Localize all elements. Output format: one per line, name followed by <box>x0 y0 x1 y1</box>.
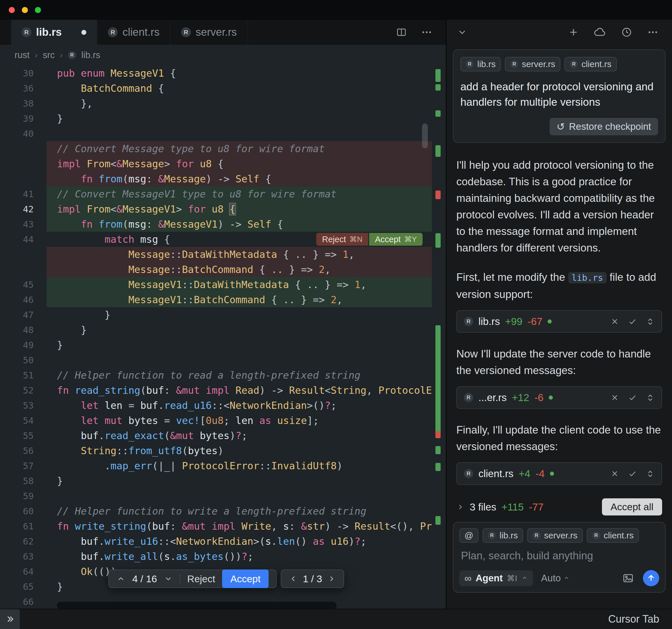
line-number: 55 <box>0 428 47 443</box>
reject-file-icon[interactable] <box>610 317 619 326</box>
chat-more-icon[interactable] <box>647 26 658 38</box>
reject-file-icon[interactable] <box>610 469 619 478</box>
user-message-text: add a header for protocol versioning and… <box>460 79 658 110</box>
context-pill-client.rs[interactable]: Rclient.rs <box>587 528 639 543</box>
history-icon[interactable] <box>621 26 632 38</box>
context-pill-lib.rs[interactable]: Rlib.rs <box>482 528 523 543</box>
code-line-48[interactable]: 48 } <box>0 322 446 337</box>
accept-diff-button[interactable]: Accept <box>222 570 269 588</box>
code-line-41[interactable]: 41// Convert MessageV1 type to u8 for wi… <box>0 186 446 202</box>
code-line-59[interactable]: 59 <box>0 488 446 504</box>
expand-summary-icon[interactable] <box>456 503 464 511</box>
next-diff-icon[interactable] <box>164 574 173 583</box>
breadcrumb[interactable]: rust›src›Rlib.rs <box>0 45 446 66</box>
code-line-49[interactable]: 49} <box>0 337 446 353</box>
accept-file-icon[interactable] <box>628 393 637 402</box>
code-line-removed[interactable]: impl From<&Message> for u8 { <box>0 156 446 171</box>
model-dropdown[interactable]: Auto <box>541 573 570 584</box>
editor-more-icon[interactable] <box>421 26 432 38</box>
code-line-38[interactable]: 38 }, <box>0 96 446 111</box>
context-pill-server.rs[interactable]: Rserver.rs <box>505 57 560 71</box>
breadcrumb-item[interactable]: src <box>43 50 55 60</box>
diff-mark-add <box>435 516 441 525</box>
context-pill-server.rs[interactable]: Rserver.rs <box>527 528 583 543</box>
cursor-tab-status[interactable]: Cursor Tab <box>608 613 672 625</box>
accept-file-icon[interactable] <box>628 469 637 478</box>
vertical-scrollbar[interactable] <box>422 123 428 148</box>
cloud-icon[interactable] <box>594 26 606 39</box>
prev-file-icon[interactable] <box>289 574 297 583</box>
chat-scroll-area[interactable]: Rlib.rsRserver.rsRclient.rs add a header… <box>453 49 666 609</box>
inline-accept-button[interactable]: Accept ⌘Y <box>369 233 423 246</box>
code-line-55[interactable]: 55 buf.read_exact(&mut bytes)?; <box>0 428 446 443</box>
code-line-58[interactable]: 58} <box>0 473 446 488</box>
next-file-icon[interactable] <box>327 574 336 583</box>
tab-server.rs[interactable]: Rserver.rs <box>171 20 248 45</box>
prev-diff-icon[interactable] <box>117 574 125 583</box>
composer-placeholder[interactable]: Plan, search, build anything <box>459 550 659 562</box>
code-line-63[interactable]: 63 buf.write_all(s.as_bytes())?; <box>0 549 446 564</box>
file-change-card-...er.rs[interactable]: R...er.rs+12-6 <box>456 386 662 409</box>
tab-lib.rs[interactable]: Rlib.rs <box>11 20 97 45</box>
context-pill-lib.rs[interactable]: Rlib.rs <box>460 57 501 71</box>
code-line-56[interactable]: 56 String::from_utf8(bytes) <box>0 443 446 458</box>
code-line-61[interactable]: 61fn write_string(buf: &mut impl Write, … <box>0 519 446 534</box>
inline-reject-button[interactable]: Reject ⌘N <box>316 233 368 246</box>
code-editor[interactable]: 30pub enum MessageV1 {36 BatchCommand {3… <box>0 66 446 609</box>
code-line-30[interactable]: 30pub enum MessageV1 { <box>0 66 446 81</box>
code-line-43[interactable]: 43 fn from(msg: &MessageV1) -> Self { <box>0 217 446 232</box>
rust-file-icon: R <box>108 27 118 37</box>
agent-mode-dropdown[interactable]: ∞ Agent ⌘I <box>459 570 533 586</box>
expand-file-icon[interactable] <box>646 469 654 478</box>
zoom-window-button[interactable] <box>35 7 41 13</box>
reject-diff-button[interactable]: Reject <box>187 571 215 586</box>
code-text: fn write_string(buf: &mut impl Write, s:… <box>47 519 432 534</box>
code-line-52[interactable]: 52fn read_string(buf: &mut impl Read) ->… <box>0 383 446 398</box>
accept-file-icon[interactable] <box>628 317 637 326</box>
code-line-40[interactable]: 40 <box>0 126 446 141</box>
code-line-removed[interactable]: // Convert Message type to u8 for wire f… <box>0 141 446 156</box>
expand-file-icon[interactable] <box>646 393 654 402</box>
code-line-45[interactable]: 45 MessageV1::DataWithMetadata { .. } =>… <box>0 277 446 292</box>
code-text: } <box>47 322 432 337</box>
pill-label: lib.rs <box>499 531 518 540</box>
expand-file-icon[interactable] <box>646 317 654 326</box>
changes-summary-row: 3 files +115 -77 Accept all <box>453 498 666 515</box>
tab-client.rs[interactable]: Rclient.rs <box>97 20 170 45</box>
breadcrumb-item[interactable]: lib.rs <box>81 50 100 60</box>
new-chat-icon[interactable] <box>568 27 579 38</box>
code-line-36[interactable]: 36 BatchCommand { <box>0 81 446 96</box>
restore-checkpoint-button[interactable]: ↺ Restore checkpoint <box>550 118 658 135</box>
toggle-panel-button[interactable] <box>0 609 20 629</box>
accept-all-button[interactable]: Accept all <box>602 498 662 515</box>
attach-image-icon[interactable] <box>622 572 634 584</box>
code-line-60[interactable]: 60// Helper function to write a length-p… <box>0 504 446 519</box>
context-pill-client.rs[interactable]: Rclient.rs <box>565 57 617 71</box>
code-line-42[interactable]: 42impl From<&MessageV1> for u8 { <box>0 202 446 217</box>
code-line-removed[interactable]: fn from(msg: &Message) -> Self { <box>0 171 446 186</box>
send-button[interactable] <box>643 570 659 586</box>
close-window-button[interactable] <box>9 7 15 13</box>
code-line-39[interactable]: 39} <box>0 111 446 126</box>
horizontal-scrollbar[interactable] <box>57 602 337 609</box>
code-line-removed[interactable]: Message::BatchCommand { .. } => 2, <box>0 262 446 277</box>
code-line-57[interactable]: 57 .map_err(|_| ProtocolError::InvalidUt… <box>0 458 446 473</box>
add-context-button[interactable]: @ <box>459 528 478 543</box>
code-line-46[interactable]: 46 MessageV1::BatchCommand { .. } => 2, <box>0 292 446 307</box>
minimize-window-button[interactable] <box>22 7 28 13</box>
code-line-47[interactable]: 47 } <box>0 307 446 322</box>
code-line-51[interactable]: 51// Helper function to read a length-pr… <box>0 368 446 383</box>
reject-file-icon[interactable] <box>610 393 619 402</box>
chat-tabs-chevron-icon[interactable] <box>457 27 467 37</box>
file-change-card-lib.rs[interactable]: Rlib.rs+99-67 <box>456 310 662 333</box>
code-line-62[interactable]: 62 buf.write_u16::<NetworkEndian>(s.len(… <box>0 534 446 549</box>
chat-composer[interactable]: @Rlib.rsRserver.rsRclient.rs Plan, searc… <box>453 522 666 593</box>
code-line-54[interactable]: 54 let mut bytes = vec![0u8; len as usiz… <box>0 413 446 428</box>
code-line-50[interactable]: 50 <box>0 353 446 368</box>
split-editor-icon[interactable] <box>396 27 407 38</box>
breadcrumb-item[interactable]: rust <box>15 50 30 60</box>
code-line-53[interactable]: 53 let len = buf.read_u16::<NetworkEndia… <box>0 398 446 413</box>
file-change-card-client.rs[interactable]: Rclient.rs+4-4 <box>456 462 662 485</box>
code-line-removed[interactable]: Message::DataWithMetadata { .. } => 1, <box>0 247 446 262</box>
rust-file-icon: R <box>465 60 474 68</box>
